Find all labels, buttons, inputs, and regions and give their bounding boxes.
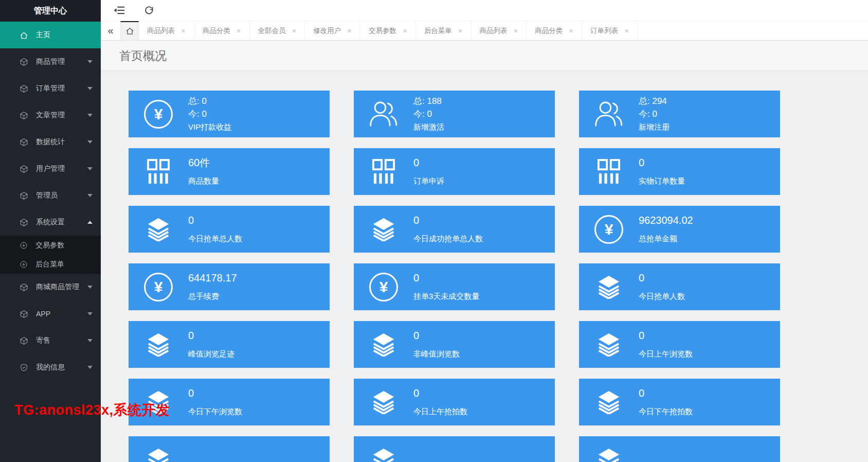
sidebar-item-menu-0[interactable]: 主页 [0,22,101,48]
sidebar-item-label: 管理员 [36,191,58,200]
stat-card: ¥0挂单3天未成交数量 [354,263,555,310]
stat-card-icon-wrap [579,275,639,299]
stat-card-line: 今: 0 [413,108,444,120]
stat-card: 0今日成功抢单总人数 [354,206,555,253]
tab-close-icon[interactable]: × [403,27,407,34]
stat-card: 0订单申诉 [354,148,555,195]
tab-close-icon[interactable]: × [347,27,352,34]
stat-card-value: 0 [188,387,242,399]
stat-card: 0实物订单数量 [579,148,780,195]
tab-home[interactable] [120,21,139,40]
app-title: 管理中心 [0,0,101,22]
stat-card: 0今日下午抢拍数 [579,379,780,425]
tab-1[interactable]: 商品分类× [194,21,250,40]
tab-2[interactable]: 全部会员× [250,21,305,40]
sidebar-subitem-0[interactable]: 交易参数 [0,236,101,255]
stat-card-icon-wrap [354,159,413,185]
stat-card: 0今日上午抢拍数 [354,379,555,425]
cube-icon [20,165,28,173]
stat-card-value: 60件 [188,157,219,168]
tab-bar: « 商品列表×商品分类×全部会员×修改用户×交易参数×后台菜单×商品列表×商品分… [101,21,868,41]
tab-label: 后台菜单 [424,26,452,35]
sidebar-item-menu-2[interactable]: 订单管理 [0,75,101,102]
stat-card-body: 0挂单3天未成交数量 [413,272,479,301]
sidebar-submenu: 交易参数后台菜单 [0,236,101,274]
stat-card: 0峰值浏览足迹 [129,321,330,368]
circle-plus-icon [20,241,28,250]
tab-8[interactable]: 订单列表× [582,21,638,40]
stat-card-icon-wrap [579,100,639,128]
watermark-text: TG:anonsl23x,系统开发 [14,401,170,419]
stats-card-grid: ¥总: 0今: 0VIP打款收益总: 188今: 0新增激活总: 294今: 0… [129,91,780,462]
shield-icon [20,363,28,372]
main-area: « 商品列表×商品分类×全部会员×修改用户×交易参数×后台菜单×商品列表×商品分… [101,0,868,462]
tab-3[interactable]: 修改用户× [305,21,360,40]
stat-card-body: 总: 188今: 0新增激活 [413,95,444,133]
tab-4[interactable]: 交易参数× [360,21,416,40]
stat-card-label: 新增注册 [639,120,670,133]
users-icon [593,100,624,128]
stat-card: 0今日上午浏览数 [579,321,780,368]
stat-card-icon-wrap [579,448,639,462]
sidebar-subitem-label: 后台菜单 [35,260,64,269]
stat-card-icon-wrap: ¥ [129,273,188,301]
sidebar-item-label: 商城商品管理 [36,282,79,292]
sidebar-item-menu-8[interactable]: 商城商品管理 [0,274,101,300]
sidebar-item-app[interactable]: APP [0,300,101,327]
tab-close-icon[interactable]: × [569,27,573,34]
users-icon [368,100,399,128]
tab-label: 交易参数 [369,26,396,35]
stat-card-line: 总: 188 [413,95,444,108]
cube-icon [20,191,28,200]
tab-5[interactable]: 后台菜单× [416,21,472,40]
tab-close-icon[interactable]: × [514,27,518,34]
sidebar-item-label: 系统设置 [36,218,65,227]
grid-icon [147,159,170,185]
tab-6[interactable]: 商品列表× [472,21,527,40]
stat-card-partial [129,436,330,462]
sidebar-item-menu-11[interactable]: 我的信息 [0,354,101,381]
tab-0[interactable]: 商品列表× [139,21,194,40]
yen-icon: ¥ [144,273,173,301]
chevron-down-icon [87,140,93,144]
stat-card-value: 0 [413,272,479,283]
sidebar-item-menu-5[interactable]: 用户管理 [0,155,101,182]
sidebar-subitem-1[interactable]: 后台菜单 [0,255,101,274]
sidebar-item-menu-10[interactable]: 寄售 [0,327,101,354]
stat-card-icon-wrap: ¥ [129,100,188,129]
tab-label: 商品分类 [203,26,230,35]
tab-close-icon[interactable]: × [292,27,297,34]
stat-card-value: 0 [188,215,242,226]
stat-card-label: 今日抢单总人数 [188,234,242,244]
sidebar-item-menu-6[interactable]: 管理员 [0,182,101,209]
refresh-icon[interactable] [144,5,154,15]
sidebar-item-label: 用户管理 [36,164,65,173]
tab-close-icon[interactable]: × [458,27,463,34]
sidebar-item-menu-3[interactable]: 文章管理 [0,102,101,129]
collapse-sidebar-icon[interactable] [113,5,125,15]
stat-card-label: 峰值浏览足迹 [188,349,234,359]
tab-close-icon[interactable]: × [237,27,241,34]
stat-card-line: 今: 0 [639,108,670,120]
stat-card-icon-wrap [354,218,413,241]
sidebar-item-menu-4[interactable]: 数据统计 [0,129,101,155]
layers-icon [596,275,621,299]
stat-card-icon-wrap [129,159,188,185]
stat-card-body: 总: 294今: 0新增注册 [639,95,670,133]
stat-card-value: 0 [639,157,685,168]
chevron-down-icon [87,286,93,289]
stat-card-body: 0订单申诉 [413,157,444,186]
tab-label: 订单列表 [590,26,618,35]
toolbar [101,0,868,21]
stat-card-label: 总抢单金额 [639,234,693,244]
stat-card-value: 0 [413,387,467,399]
stat-card-icon-wrap [579,390,639,414]
tab-7[interactable]: 商品分类× [527,21,582,40]
yen-icon: ¥ [144,100,173,129]
stat-card-value: 0 [413,330,460,341]
tab-close-icon[interactable]: × [624,27,629,34]
sidebar-item-menu-7[interactable]: 系统设置 [0,209,101,236]
tab-close-icon[interactable]: × [181,27,186,34]
sidebar-item-menu-1[interactable]: 商品管理 [0,48,101,75]
tabs-scroll-left-icon[interactable]: « [101,21,120,40]
